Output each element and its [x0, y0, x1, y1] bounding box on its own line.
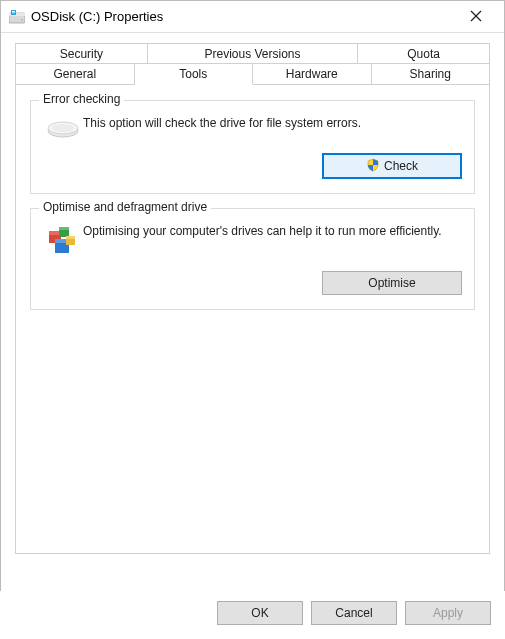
defrag-icon	[43, 223, 83, 259]
ok-button[interactable]: OK	[217, 601, 303, 625]
tab-security[interactable]: Security	[15, 43, 148, 64]
dialog-footer: OK Cancel Apply	[0, 591, 505, 639]
cancel-button-label: Cancel	[335, 606, 372, 620]
tab-quota[interactable]: Quota	[358, 43, 490, 64]
tab-row-2: General Tools Hardware Sharing	[15, 63, 490, 85]
svg-rect-4	[12, 12, 15, 13]
svg-point-5	[21, 19, 23, 21]
tab-tools[interactable]: Tools	[135, 63, 254, 85]
tab-general[interactable]: General	[15, 63, 135, 85]
tab-hardware[interactable]: Hardware	[253, 63, 372, 85]
tab-row-1: Security Previous Versions Quota	[15, 43, 490, 64]
drive-icon	[9, 9, 25, 25]
tabstrip: Security Previous Versions Quota General…	[15, 43, 490, 85]
shield-icon	[366, 158, 380, 175]
close-button[interactable]	[456, 9, 496, 25]
cancel-button[interactable]: Cancel	[311, 601, 397, 625]
optimise-button-label: Optimise	[368, 276, 415, 290]
apply-button-label: Apply	[433, 606, 463, 620]
drive-check-icon	[43, 115, 83, 141]
group-optimise-text: Optimising your computer's drives can he…	[83, 223, 462, 239]
content-area: Security Previous Versions Quota General…	[1, 33, 504, 554]
svg-rect-14	[59, 227, 69, 230]
group-error-checking-text: This option will check the drive for fil…	[83, 115, 462, 131]
svg-rect-3	[12, 11, 15, 12]
tab-sharing[interactable]: Sharing	[372, 63, 491, 85]
apply-button[interactable]: Apply	[405, 601, 491, 625]
check-button-label: Check	[384, 159, 418, 173]
group-error-checking: Error checking This option will check th…	[30, 100, 475, 194]
group-error-checking-legend: Error checking	[39, 92, 124, 106]
close-icon	[470, 10, 482, 22]
group-optimise: Optimise and defragment drive Optimising	[30, 208, 475, 310]
optimise-button[interactable]: Optimise	[322, 271, 462, 295]
tab-body-tools: Error checking This option will check th…	[15, 84, 490, 554]
group-optimise-legend: Optimise and defragment drive	[39, 200, 211, 214]
svg-rect-18	[66, 236, 75, 239]
window-title: OSDisk (C:) Properties	[31, 9, 456, 24]
tab-previous-versions[interactable]: Previous Versions	[148, 43, 358, 64]
svg-point-10	[52, 124, 74, 132]
titlebar: OSDisk (C:) Properties	[1, 1, 504, 33]
ok-button-label: OK	[251, 606, 268, 620]
check-button[interactable]: Check	[322, 153, 462, 179]
